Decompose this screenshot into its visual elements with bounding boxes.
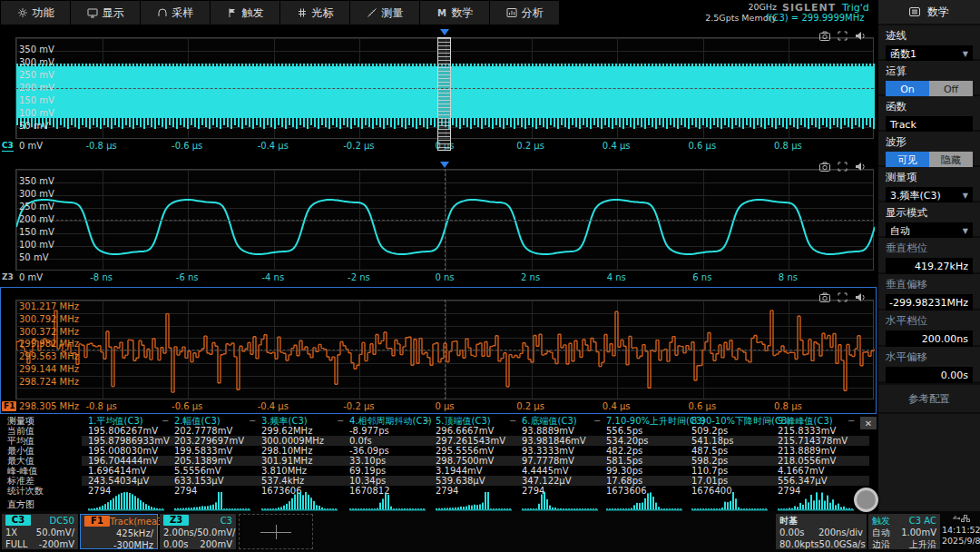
table-cell-value: 215.714378mV xyxy=(778,436,848,446)
table-column-header[interactable]: 1.平均值(C3) xyxy=(88,416,143,426)
trigger-position-marker[interactable] xyxy=(440,162,449,168)
camera-icon[interactable] xyxy=(819,27,830,44)
sidebar-title: 数学 xyxy=(927,5,949,20)
reference-config-button[interactable]: 参考配置 xyxy=(878,385,980,412)
vertical-scale-value[interactable]: 419.27kHz xyxy=(886,258,973,274)
collapse-column-icon[interactable]: − xyxy=(162,416,169,426)
y-axis-label: 100 mV xyxy=(19,108,54,118)
oscilloscope-screen: 功能显示采样触发光标测量M数学分析 20GHz 2.5Gpts Memory S… xyxy=(0,0,980,552)
menu-item-math[interactable]: M数学 xyxy=(420,1,489,25)
channel-box-f1[interactable]: F1Track(mea3)425kHz/-300MHz xyxy=(80,514,158,549)
collapse-column-icon[interactable]: − xyxy=(249,416,256,426)
table-cell-value: 539.638µV xyxy=(436,476,485,486)
menu-item-display[interactable]: 显示 xyxy=(71,1,140,25)
horizontal-scale-value[interactable]: 200.00ns xyxy=(886,330,973,347)
channel-box-c3[interactable]: C3DC501X50.0mV/FULL-200mV xyxy=(2,514,78,549)
table-column-header[interactable]: 9.峰峰值(C3) xyxy=(778,416,833,426)
collapse-column-icon[interactable]: − xyxy=(679,416,686,426)
knob-button[interactable] xyxy=(854,488,878,512)
trigger-box[interactable]: 触发C3 AC自动1.00mV边沿上升沿 xyxy=(868,514,940,549)
fullscreen-icon[interactable] xyxy=(838,27,848,44)
add-channel-button[interactable] xyxy=(239,514,313,549)
clock-box: 14:11:522025/9/8 xyxy=(942,514,980,549)
table-header-row: 测量项1.平均值(C3)−2.幅值(C3)−3.频率(C3)−4.相邻周期抖动(… xyxy=(0,416,877,426)
function-value: Track xyxy=(890,119,916,131)
table-cell-value: 17.01ps xyxy=(691,476,728,486)
channel-badge-c3: C3 xyxy=(5,515,31,526)
channel-value-r: 50.0mV/ xyxy=(197,527,235,538)
table-row: 平均值195.87986933mV203.279697mV300.0009MHz… xyxy=(0,436,877,446)
horizontal-offset-value[interactable]: 0.00s xyxy=(886,367,973,383)
table-column-header[interactable]: 8.90-10%下降时间(C3) xyxy=(691,416,790,426)
status-row: 80.0kpts50.0GSa/s xyxy=(776,538,867,550)
menu-item-acquire[interactable]: 采样 xyxy=(141,1,210,25)
channel-box-z3[interactable]: Z3C32.00ns/50.0mV/0.00s200mV xyxy=(160,514,236,549)
display-mode-section: 显示模式 自动 ▼ xyxy=(878,202,980,236)
zoom-window-handle[interactable] xyxy=(437,37,451,151)
table-column-header[interactable]: 6.底端值(C3) xyxy=(522,416,577,426)
collapse-column-icon[interactable]: − xyxy=(848,416,855,426)
table-cell-value: 298.7500mV xyxy=(436,456,494,466)
fullscreen-icon[interactable] xyxy=(838,158,848,175)
math-sidebar: 数学 迹线 函数1 ▼ 运算 On Off 函数 Track 波形 可见 xyxy=(878,0,980,511)
table-cell-value: 97.7778mV xyxy=(522,456,574,466)
table-column-header[interactable]: 2.幅值(C3) xyxy=(174,416,220,426)
channel-value-l: 2.00ns/ xyxy=(163,527,197,538)
status-row: 1X50.0mV/ xyxy=(2,527,78,538)
speaker-icon[interactable] xyxy=(855,289,866,306)
table-row: 峰-峰值1.696414mV5.5556mV3.810MHz69.19ps3.1… xyxy=(0,466,877,476)
histogram-4 xyxy=(349,490,427,511)
table-cell-value: 537.4kHz xyxy=(261,476,304,486)
trigger-type: 边沿 xyxy=(872,538,890,550)
fullscreen-icon[interactable] xyxy=(838,289,848,306)
channel-title: C3 xyxy=(220,515,232,527)
vertical-scale-label: 垂直档位 xyxy=(886,242,973,255)
clock-time: 14:11:52 xyxy=(942,525,980,536)
table-cell-value: 243.54034µV xyxy=(88,476,149,486)
menu-item-cursor[interactable]: 光标 xyxy=(280,1,349,25)
table-cell-value: 202.7778mV xyxy=(174,426,232,436)
menu-item-trigger[interactable]: 触发 xyxy=(211,1,279,25)
y-axis-label: 50 mV xyxy=(19,121,49,131)
collapse-column-icon[interactable]: − xyxy=(337,416,344,426)
sidebar-header[interactable]: 数学 xyxy=(878,0,980,24)
table-row-label: 峰-峰值 xyxy=(7,466,38,476)
table-cell-value: 509.2ps xyxy=(691,426,728,436)
collapse-column-icon[interactable]: − xyxy=(593,416,601,426)
table-column-header[interactable]: 4.相邻周期抖动(C3) xyxy=(349,416,432,426)
collapse-column-icon[interactable]: − xyxy=(509,416,516,426)
status-row: 0.00s200mV xyxy=(160,538,236,550)
speaker-icon[interactable] xyxy=(855,27,866,44)
timebase-box[interactable]: 时基0.00s200ns/div80.0kpts50.0GSa/s xyxy=(776,514,867,549)
speaker-icon[interactable] xyxy=(855,158,866,175)
status-row: C3DC50 xyxy=(2,515,78,527)
table-cell-value: 487.5ps xyxy=(691,446,728,456)
menu-item-analysis[interactable]: 分析 xyxy=(490,1,559,25)
zoom-marker-z3[interactable]: Z3 xyxy=(2,272,14,282)
table-column-header[interactable]: 3.频率(C3) xyxy=(261,416,308,426)
menu-item-function[interactable]: 功能 xyxy=(1,1,70,25)
status-row: 边沿上升沿 xyxy=(868,538,940,550)
x-axis-label: 0.8 µs xyxy=(756,141,819,151)
table-cell-value: 196.704444mV xyxy=(88,456,158,466)
camera-icon[interactable] xyxy=(819,289,830,306)
table-cell-value: 215.8333mV xyxy=(778,426,836,436)
status-row: 0.00s200ns/div xyxy=(776,527,867,538)
collapse-column-icon[interactable]: − xyxy=(423,416,430,426)
channel-marker-c3[interactable]: C3 xyxy=(2,141,14,152)
horizontal-scale-label: 水平档位 xyxy=(886,314,973,328)
histogram-7 xyxy=(606,490,684,511)
camera-icon[interactable] xyxy=(819,158,830,175)
menu-bar: 功能显示采样触发光标测量M数学分析 xyxy=(0,0,708,25)
math-marker-f1[interactable]: F1 xyxy=(2,401,16,411)
y-axis-label: 200 mV xyxy=(19,214,54,224)
table-row: 标准差243.54034µV633.153µV537.4kHz10.34ps53… xyxy=(0,476,877,486)
table-column-header[interactable]: 7.10-90%上升时间(C3) xyxy=(606,416,705,426)
vertical-offset-value[interactable]: -299.98231MHz xyxy=(886,294,973,310)
channel-title: Track(mea3) xyxy=(110,516,166,527)
table-column-header[interactable]: 5.顶端值(C3) xyxy=(436,416,491,426)
collapse-column-icon[interactable]: − xyxy=(765,416,772,426)
plus-icon xyxy=(260,525,291,539)
trigger-position-marker[interactable] xyxy=(440,29,449,35)
menu-item-measure[interactable]: 测量 xyxy=(350,1,419,25)
